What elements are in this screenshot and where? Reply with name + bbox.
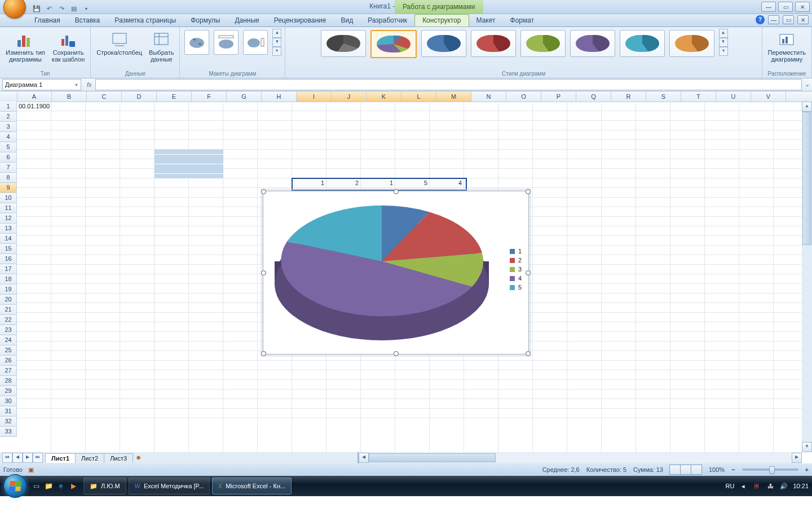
chart-object[interactable]: 1 2 3 4 5 [263, 191, 529, 354]
qat-dropdown-icon[interactable]: ▼ [81, 3, 91, 14]
row-header-19[interactable]: 19 [0, 284, 17, 295]
column-header-U[interactable]: U [716, 91, 751, 102]
formula-bar-expand-icon[interactable]: ⌄ [803, 81, 811, 89]
column-header-A[interactable]: A [17, 91, 52, 102]
save-icon[interactable]: 💾 [32, 3, 42, 14]
row-header-21[interactable]: 21 [0, 305, 17, 315]
tab-nav-next[interactable]: ▶ [23, 453, 33, 463]
chart-style-4[interactable] [471, 30, 516, 57]
tab-developer[interactable]: Разработчик [360, 15, 414, 27]
tab-view[interactable]: Вид [333, 15, 360, 27]
hscroll-thumb[interactable] [369, 453, 496, 462]
column-header-O[interactable]: O [506, 91, 541, 102]
doc-close-button[interactable]: ✕ [797, 15, 809, 24]
new-sheet-button[interactable]: ✸ [133, 454, 144, 462]
chart-style-5[interactable] [520, 30, 566, 57]
row-header-7[interactable]: 7 [0, 163, 17, 173]
tab-nav-prev[interactable]: ◀ [12, 453, 23, 463]
tab-layout[interactable]: Макет [469, 15, 503, 27]
chart-handle[interactable] [526, 189, 531, 194]
chart-handle[interactable] [394, 189, 399, 194]
taskbar-word-button[interactable]: WExcel Методичка [Р... [129, 478, 210, 494]
tray-volume-icon[interactable]: 🔊 [779, 481, 788, 491]
chart-layout-1[interactable]: %% [184, 30, 209, 55]
maximize-button[interactable]: ▭ [778, 2, 793, 12]
column-header-V[interactable]: V [751, 91, 786, 102]
zoom-thumb[interactable] [769, 466, 775, 474]
row-header-33[interactable]: 33 [0, 427, 17, 437]
chart-style-7[interactable] [620, 30, 665, 57]
print-icon[interactable]: ▤ [69, 3, 79, 14]
chart-handle[interactable] [261, 189, 266, 194]
scroll-left-button[interactable]: ◀ [359, 453, 369, 463]
row-header-4[interactable]: 4 [0, 132, 17, 142]
start-button[interactable] [3, 474, 27, 498]
zoom-slider[interactable] [742, 468, 798, 471]
column-header-N[interactable]: N [471, 91, 506, 102]
show-desktop-icon[interactable]: ▭ [30, 479, 42, 493]
media-player-icon[interactable]: ▶ [68, 479, 79, 493]
chart-handle[interactable] [261, 270, 266, 275]
row-header-29[interactable]: 29 [0, 386, 17, 396]
chart-handle[interactable] [261, 351, 266, 356]
chart-style-8[interactable] [669, 30, 714, 57]
layouts-down-button[interactable]: ▼ [272, 38, 281, 47]
row-header-27[interactable]: 27 [0, 366, 17, 376]
redo-icon[interactable]: ↷ [56, 3, 67, 14]
tray-network-icon[interactable]: 🖧 [766, 481, 775, 491]
horizontal-scrollbar[interactable]: ◀ ▶ [358, 452, 802, 463]
styles-more-button[interactable]: ▾ [719, 47, 728, 56]
fx-icon[interactable]: fx [87, 81, 92, 88]
row-header-22[interactable]: 22 [0, 315, 17, 325]
column-header-F[interactable]: F [192, 91, 227, 102]
row-header-14[interactable]: 14 [0, 234, 17, 244]
tab-format[interactable]: Формат [503, 15, 542, 27]
chart-handle[interactable] [394, 351, 399, 356]
select-all-corner[interactable] [0, 91, 17, 102]
macro-record-icon[interactable]: ▣ [28, 466, 34, 474]
namebox-dropdown-icon[interactable]: ▼ [74, 83, 78, 87]
language-indicator[interactable]: RU [726, 483, 735, 489]
row-header-32[interactable]: 32 [0, 417, 17, 427]
row-header-11[interactable]: 11 [0, 203, 17, 213]
column-header-J[interactable]: J [332, 91, 367, 102]
row-header-17[interactable]: 17 [0, 264, 17, 274]
column-header-I[interactable]: I [297, 91, 332, 102]
row-header-18[interactable]: 18 [0, 274, 17, 284]
column-header-K[interactable]: K [367, 91, 401, 102]
chart-style-2[interactable] [370, 30, 417, 58]
layouts-more-button[interactable]: ▾ [272, 47, 281, 56]
chart-style-3[interactable] [421, 30, 466, 57]
formula-input[interactable] [95, 79, 802, 90]
tab-data[interactable]: Данные [227, 15, 266, 27]
view-page-layout-button[interactable] [680, 465, 691, 475]
row-header-10[interactable]: 10 [0, 193, 17, 203]
column-header-B[interactable]: B [52, 91, 87, 102]
view-normal-button[interactable] [669, 465, 681, 475]
tab-formulas[interactable]: Формулы [183, 15, 227, 27]
save-as-template-button[interactable]: Сохранить как шаблон [50, 29, 87, 64]
row-header-5[interactable]: 5 [0, 142, 17, 152]
chart-layout-3[interactable] [243, 30, 268, 55]
move-chart-button[interactable]: Переместить диаграмму [766, 29, 808, 64]
sheet-tab-1[interactable]: Лист1 [45, 453, 76, 463]
column-header-G[interactable]: G [227, 91, 262, 102]
scroll-up-button[interactable]: ▲ [802, 102, 812, 112]
chart-style-1[interactable] [321, 30, 366, 57]
chart-handle[interactable] [526, 270, 531, 275]
tab-home[interactable]: Главная [27, 15, 68, 27]
row-header-30[interactable]: 30 [0, 396, 17, 406]
row-header-3[interactable]: 3 [0, 122, 17, 132]
zoom-in-button[interactable]: + [805, 466, 809, 473]
column-header-T[interactable]: T [681, 91, 716, 102]
row-header-13[interactable]: 13 [0, 224, 17, 234]
ie-icon[interactable]: e [55, 479, 67, 493]
tab-page-layout[interactable]: Разметка страницы [107, 15, 183, 27]
tab-review[interactable]: Рецензирование [267, 15, 334, 27]
select-data-button[interactable]: Выбрать данные [147, 29, 176, 64]
taskbar-excel-button[interactable]: XMicrosoft Excel - Кн... [212, 478, 292, 494]
switch-row-column-button[interactable]: Строка/столбец [94, 29, 144, 57]
row-header-25[interactable]: 25 [0, 345, 17, 356]
sheet-tab-3[interactable]: Лист3 [104, 453, 133, 463]
column-header-Q[interactable]: Q [576, 91, 611, 102]
